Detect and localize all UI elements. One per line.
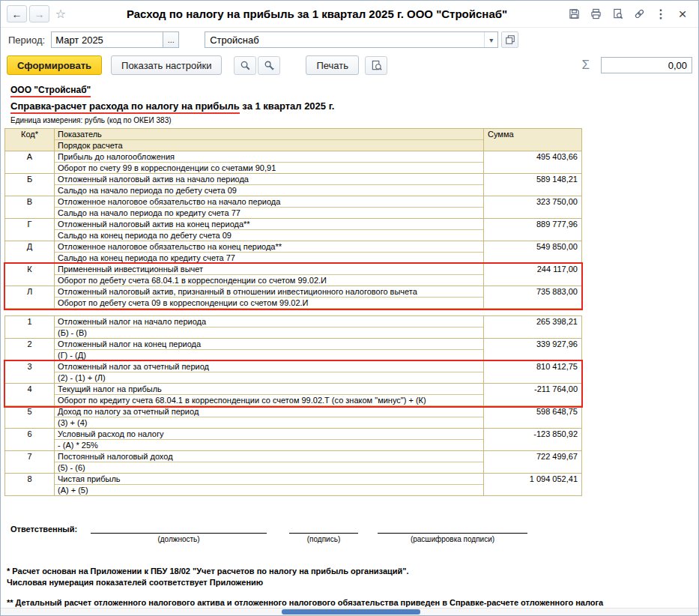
row-indicator[interactable]: Отложенное налоговое обязательство на ко… xyxy=(55,241,483,253)
print-preview-icon[interactable] xyxy=(365,56,387,75)
horizontal-scrollbar[interactable] xyxy=(1,608,698,615)
row-code-cell[interactable]: 4 xyxy=(5,384,55,405)
row-code-cell[interactable]: 8 xyxy=(5,474,55,495)
row-sum[interactable]: 722 499,67 xyxy=(483,451,581,473)
print-button[interactable]: Печать xyxy=(306,55,359,75)
print-icon[interactable] xyxy=(586,5,605,23)
period-input[interactable] xyxy=(51,31,163,48)
row-order[interactable]: Оборот по счету 99 в корреспонденции со … xyxy=(55,163,483,173)
organization-dropdown-icon[interactable]: ▾ xyxy=(484,32,497,47)
row-sum[interactable]: -123 850,92 xyxy=(483,429,581,450)
row-indicator[interactable]: Отложенный налог на конец периода xyxy=(55,339,483,350)
row-code-cell[interactable]: В xyxy=(5,196,55,218)
row-order[interactable]: Оборот по кредиту счета 68.04.1 в коррес… xyxy=(55,395,483,405)
row-sum[interactable]: 889 777,96 xyxy=(483,219,581,241)
row-code-cell[interactable]: 1 xyxy=(5,316,55,338)
table-row: 6Условный расход по налогу- (А) * 25%-12… xyxy=(5,429,581,451)
period-choose-button[interactable]: ... xyxy=(163,31,179,48)
row-sum[interactable]: 810 412,75 xyxy=(483,361,581,383)
organization-select[interactable]: Стройснаб ▾ xyxy=(205,31,498,48)
row-indicator-cell: Отложенное налоговое обязательство на ко… xyxy=(55,241,483,263)
col-indicator[interactable]: Показатель xyxy=(55,129,483,140)
report-unit-line[interactable]: Единица измерения: рубль (код по ОКЕИ 38… xyxy=(10,116,698,124)
row-order[interactable]: - (А) * 25% xyxy=(55,440,483,450)
row-code-cell[interactable]: К xyxy=(5,264,55,286)
row-indicator[interactable]: Отложенный налоговый актив, признанный в… xyxy=(55,286,483,298)
row-sum[interactable]: 244 117,00 xyxy=(483,264,581,286)
row-indicator[interactable]: Текущий налог на прибыль xyxy=(55,384,483,395)
row-order[interactable]: Сальдо на конец периода по дебету счета … xyxy=(55,230,483,241)
generate-button[interactable]: Сформировать xyxy=(7,55,102,75)
signature-caption: (должность) xyxy=(91,535,267,543)
row-code-cell[interactable]: Д xyxy=(5,241,55,263)
row-indicator-cell: Прибыль до налогообложенияОборот по счет… xyxy=(55,151,483,173)
row-indicator[interactable]: Прибыль до налогообложения xyxy=(55,151,483,163)
row-indicator[interactable]: Отложенный налог за отчетный период xyxy=(55,361,483,372)
report-title[interactable]: Справка-расчет расхода по налогу на приб… xyxy=(10,100,698,112)
row-code-cell[interactable]: Б xyxy=(5,174,55,196)
row-sum[interactable]: 323 750,00 xyxy=(483,196,581,218)
row-sum[interactable]: 735 883,00 xyxy=(483,286,581,308)
preview-icon[interactable] xyxy=(608,5,627,23)
show-settings-button[interactable]: Показать настройки xyxy=(111,55,222,75)
row-sum[interactable]: 339 927,96 xyxy=(483,339,581,360)
link-icon[interactable] xyxy=(629,5,649,23)
search-next-icon[interactable] xyxy=(258,56,280,75)
row-code-cell[interactable]: 2 xyxy=(5,339,55,360)
row-sum[interactable]: 589 148,21 xyxy=(483,174,581,196)
search-icon[interactable] xyxy=(234,56,256,75)
row-indicator[interactable]: Чистая прибыль xyxy=(55,474,483,485)
table-row: БОтложенный налоговый актив на начало пе… xyxy=(5,174,581,196)
row-sum[interactable]: 495 403,66 xyxy=(483,151,581,173)
more-menu-icon[interactable]: ⋮ xyxy=(651,5,671,23)
report-org-name[interactable]: ООО "Стройснаб" xyxy=(10,85,698,95)
scrollbar-thumb[interactable] xyxy=(282,609,420,615)
col-sum[interactable]: Сумма xyxy=(483,129,581,151)
row-code-cell[interactable]: 7 xyxy=(5,451,55,473)
organization-open-icon[interactable] xyxy=(501,31,518,48)
row-order[interactable]: Сальдо на конец периода по кредиту счета… xyxy=(55,253,483,263)
row-code-cell[interactable]: Л xyxy=(5,286,55,308)
row-indicator[interactable]: Доход по налогу за отчетный период xyxy=(55,406,483,417)
forward-icon[interactable]: → xyxy=(29,5,49,22)
close-icon[interactable]: × xyxy=(673,5,692,23)
row-order[interactable]: Сальдо на начало периода по дебету счета… xyxy=(55,185,483,196)
row-code-cell[interactable]: А xyxy=(5,151,55,173)
row-indicator[interactable]: Отложенный налоговый актив на конец пери… xyxy=(55,219,483,230)
row-sum[interactable]: -211 764,00 xyxy=(483,384,581,405)
row-order[interactable]: Оборот по дебету счета 68.04.1 в корресп… xyxy=(55,275,483,286)
row-indicator[interactable]: Условный расход по налогу xyxy=(55,429,483,440)
row-order[interactable]: (Б) - (В) xyxy=(55,327,483,338)
row-code-cell[interactable]: Г xyxy=(5,219,55,241)
row-code-cell[interactable]: 6 xyxy=(5,429,55,450)
row-indicator-cell: Отложенный налог за отчетный период(2) -… xyxy=(55,361,483,383)
row-sum[interactable]: 549 850,00 xyxy=(483,241,581,263)
row-order[interactable]: (5) - (6) xyxy=(55,462,483,473)
row-order[interactable]: (А) + (5) xyxy=(55,485,483,495)
row-indicator[interactable]: Отложенный налог на начало периода xyxy=(55,316,483,327)
favorites-star-icon[interactable]: ☆ xyxy=(52,5,70,22)
row-indicator[interactable]: Отложенный налоговый актив на начало пер… xyxy=(55,174,483,185)
row-indicator[interactable]: Постоянный налоговый доход xyxy=(55,451,483,462)
row-sum[interactable]: 265 398,21 xyxy=(483,316,581,338)
row-order[interactable]: Оборот по дебету счета 09 в корреспонден… xyxy=(55,298,483,308)
signature-line-signature xyxy=(289,525,358,534)
save-icon[interactable] xyxy=(564,5,584,23)
row-indicator[interactable]: Примененный инвестиционный вычет xyxy=(55,264,483,275)
row-sum[interactable]: 1 094 052,41 xyxy=(483,474,581,495)
sum-field[interactable] xyxy=(601,57,692,73)
window-title: Расход по налогу на прибыль за 1 квартал… xyxy=(72,7,562,20)
back-icon[interactable]: ← xyxy=(7,5,27,22)
row-code-cell[interactable]: 3 xyxy=(5,361,55,383)
row-indicator-cell: Отложенный налоговый актив на начало пер… xyxy=(55,174,483,196)
row-code-cell[interactable]: 5 xyxy=(5,406,55,428)
row-indicator[interactable]: Отложенное налоговое обязательство на на… xyxy=(55,196,483,208)
row-order[interactable]: Сальдо на начало периода по кредиту счет… xyxy=(55,208,483,218)
row-indicator-cell: Условный расход по налогу- (А) * 25% xyxy=(55,429,483,450)
col-order[interactable]: Порядок расчета xyxy=(55,140,483,151)
col-code[interactable]: Код* xyxy=(5,129,55,151)
row-order[interactable]: (Г) - (Д) xyxy=(55,350,483,360)
row-order[interactable]: (3) + (4) xyxy=(55,417,483,428)
row-sum[interactable]: 598 648,75 xyxy=(483,406,581,428)
row-order[interactable]: (2) - (1) + (Л) xyxy=(55,372,483,383)
